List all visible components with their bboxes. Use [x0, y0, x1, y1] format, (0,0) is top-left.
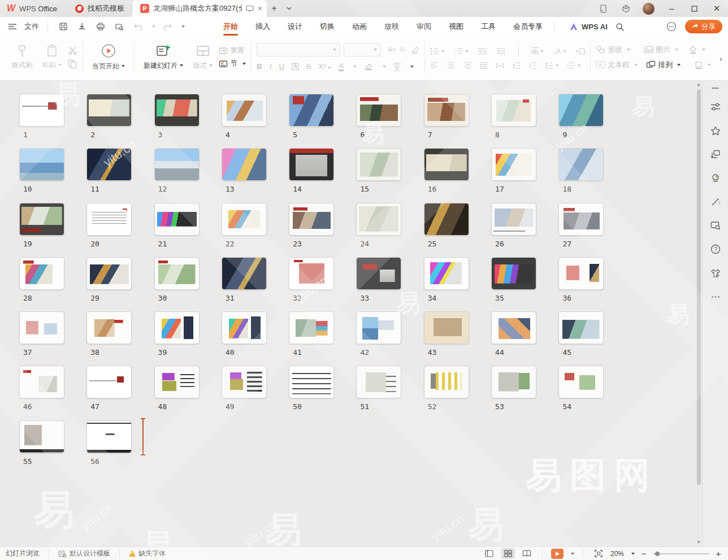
slide-thumbnail-5[interactable]	[289, 94, 334, 127]
textbox-button[interactable]: A 文本框	[596, 60, 638, 70]
save-icon[interactable]	[57, 20, 70, 33]
highlight-color-button[interactable]	[364, 63, 373, 70]
tab-docer-templates[interactable]: 找稻壳模板	[67, 0, 132, 17]
hamburger-menu-icon[interactable]	[6, 20, 19, 33]
outline-color-button[interactable]	[694, 61, 711, 69]
tab-tools[interactable]: 工具	[480, 18, 497, 36]
format-painter-button[interactable]: 格式刷	[8, 43, 36, 72]
app-home-button[interactable]: W WPS Office	[0, 0, 67, 17]
present-screen-icon[interactable]	[246, 5, 254, 12]
slide-thumbnail-20[interactable]	[86, 203, 132, 236]
slide-thumbnail-46[interactable]	[19, 366, 64, 398]
slide-thumbnail-37[interactable]	[19, 311, 64, 344]
slide-thumbnail-8[interactable]	[491, 94, 536, 127]
clear-format-icon[interactable]	[410, 46, 419, 54]
slideshow-options-chevron-icon[interactable]	[571, 553, 574, 555]
slide-thumbnail-9[interactable]	[558, 94, 604, 127]
tab-slideshow[interactable]: 放映	[383, 18, 400, 36]
tab-list-chevron-icon[interactable]	[281, 0, 296, 17]
slide-sorter-canvas[interactable]: 1234567891011121314151617181920212223242…	[0, 81, 695, 546]
tab-membership[interactable]: 会员专享	[512, 18, 544, 36]
scroll-up-arrow-icon[interactable]: ▲	[696, 82, 701, 88]
reading-view-button[interactable]	[520, 548, 534, 559]
play-from-current-button[interactable]: 当页开始	[88, 42, 129, 73]
file-menu[interactable]: 文件	[24, 21, 39, 32]
help-icon[interactable]: ?	[709, 244, 722, 255]
increase-font-button[interactable]: A+	[388, 46, 396, 54]
paragraph-settings-button[interactable]	[567, 62, 575, 69]
section-button[interactable]: 节	[219, 59, 246, 68]
character-spacing-button[interactable]: ab	[531, 47, 538, 55]
slide-thumbnail-10[interactable]	[19, 148, 64, 181]
slide-thumbnail-12[interactable]	[154, 148, 200, 181]
minimize-button[interactable]: ─	[660, 0, 683, 17]
sidebar-collapse-handle[interactable]	[712, 88, 719, 89]
fill-color-button[interactable]	[688, 46, 705, 54]
line-spacing-up-icon[interactable]	[512, 62, 521, 69]
ribbon-expand-chevron-icon[interactable]: ›	[720, 54, 722, 63]
cut-icon[interactable]	[68, 46, 77, 55]
missing-fonts-warning[interactable]: 缺失字体	[129, 549, 166, 558]
wps-ai-button[interactable]: WPS AI	[569, 23, 608, 31]
zoom-in-button[interactable]: +	[714, 549, 722, 558]
slide-thumbnail-7[interactable]	[424, 94, 469, 127]
paste-button[interactable]: 粘贴	[38, 43, 66, 72]
slide-thumbnail-16[interactable]	[424, 148, 469, 181]
scroll-down-arrow-icon[interactable]: ▼	[696, 540, 701, 545]
line-spacing-button[interactable]	[545, 62, 553, 69]
character-border-button[interactable]: A	[292, 63, 299, 70]
3d-box-icon[interactable]	[614, 0, 637, 17]
slide-thumbnail-24[interactable]	[356, 203, 401, 236]
tab-document[interactable]: P 龙湖狮山路概念方案0927(全 ×	[132, 0, 267, 17]
justify-button[interactable]	[479, 62, 488, 69]
slideshow-play-button[interactable]	[551, 549, 564, 559]
zoom-level[interactable]: 20%	[610, 550, 624, 558]
skin-settings-icon[interactable]	[709, 267, 722, 279]
layout-button[interactable]: 版式	[189, 42, 216, 72]
convert-smartart-icon[interactable]	[575, 47, 585, 55]
more-options-icon[interactable]	[665, 20, 678, 33]
shapes-button[interactable]: 形状	[596, 45, 630, 55]
slide-thumbnail-53[interactable]	[491, 366, 536, 398]
vertical-scrollbar[interactable]: ▲ ▼	[695, 81, 702, 546]
zoom-chevron-icon[interactable]	[631, 553, 635, 555]
close-window-button[interactable]: ✕	[705, 0, 728, 17]
slide-thumbnail-49[interactable]	[222, 366, 267, 398]
strikethrough-button[interactable]: S	[306, 63, 311, 70]
share-button[interactable]: 分享	[685, 20, 722, 33]
reset-button[interactable]: 重置	[219, 46, 246, 55]
increase-indent-button[interactable]	[496, 47, 506, 55]
slide-thumbnail-1[interactable]	[19, 94, 64, 127]
slide-thumbnail-3[interactable]	[154, 94, 200, 127]
normal-view-button[interactable]	[483, 548, 496, 559]
user-avatar[interactable]	[643, 3, 655, 15]
italic-button[interactable]: I	[269, 63, 271, 70]
align-right-button[interactable]	[463, 62, 471, 69]
slide-thumbnail-22[interactable]	[222, 203, 267, 236]
slide-thumbnail-6[interactable]	[356, 94, 401, 127]
slide-thumbnail-31[interactable]	[222, 257, 267, 290]
bullet-list-button[interactable]	[430, 47, 439, 55]
more-dots-icon[interactable]	[709, 291, 722, 302]
text-direction-button[interactable]: ↓A	[553, 47, 561, 55]
slide-thumbnail-27[interactable]	[558, 203, 604, 236]
favorites-star-icon[interactable]	[709, 125, 722, 136]
slide-thumbnail-39[interactable]	[154, 311, 200, 344]
new-tab-button[interactable]: +	[267, 0, 281, 17]
tab-design[interactable]: 设计	[287, 18, 304, 36]
slide-thumbnail-38[interactable]	[86, 311, 132, 344]
slide-thumbnail-4[interactable]	[222, 94, 267, 127]
numbered-list-button[interactable]	[454, 47, 463, 55]
slide-thumbnail-40[interactable]	[222, 311, 267, 344]
slide-thumbnail-13[interactable]	[222, 148, 267, 181]
slide-thumbnail-32[interactable]	[289, 257, 334, 290]
slide-thumbnail-14[interactable]	[289, 148, 334, 181]
copy-icon[interactable]	[68, 59, 77, 68]
slide-thumbnail-2[interactable]	[86, 94, 132, 127]
font-family-select[interactable]	[257, 43, 340, 57]
switch-windows-icon[interactable]	[709, 149, 722, 160]
slide-thumbnail-29[interactable]	[86, 257, 132, 290]
new-slide-button[interactable]: 新建幻灯片	[140, 42, 187, 72]
zoom-slider[interactable]	[653, 553, 709, 554]
slide-thumbnail-55[interactable]	[19, 420, 64, 453]
